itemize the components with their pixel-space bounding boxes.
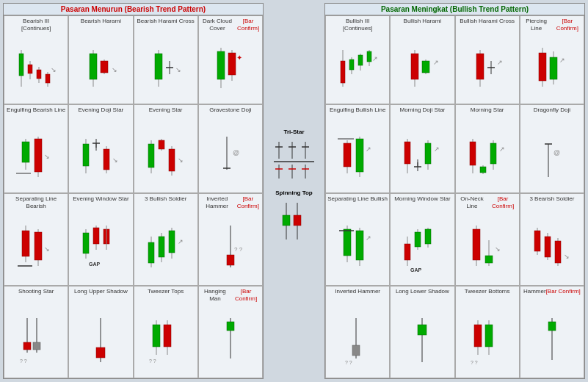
svg-rect-3 xyxy=(28,65,32,73)
spinning-top-svg xyxy=(275,199,312,254)
bearish-cell-7: Gravestone Doji @ xyxy=(198,104,263,193)
svg-text:? ?: ? ? xyxy=(149,358,156,364)
svg-rect-158 xyxy=(490,143,496,164)
svg-rect-5 xyxy=(37,70,41,79)
svg-text:↗: ↗ xyxy=(434,145,440,153)
bullish-label-8: Separating Line Bullish xyxy=(327,195,388,212)
bullish-cell-4: Engulfing Bullish Line ↗ xyxy=(325,104,390,193)
bearish-cell-15: Hanging Man [Bar Confirm] xyxy=(198,286,263,378)
bearish-candle-13 xyxy=(70,304,131,376)
bearish-cell-11: Inverted Hammer [Bar Confirm] ? ? xyxy=(198,193,263,286)
svg-rect-69 xyxy=(227,255,234,265)
svg-text:↘: ↘ xyxy=(178,156,184,164)
svg-rect-51 xyxy=(35,232,42,260)
bullish-cell-11: 3 Bearish Soldier ↘ xyxy=(520,193,584,286)
bullish-label-14: Tweezer Bottoms xyxy=(457,288,518,304)
svg-rect-15 xyxy=(155,54,162,79)
svg-rect-127 xyxy=(422,61,429,73)
bullish-candle-12: ? ? xyxy=(327,304,388,376)
bullish-cell-15: Hammer [Bar Confirm] xyxy=(520,286,584,378)
bullish-cell-0: Bullish III[Continues] ↗ xyxy=(325,15,390,104)
bearish-candle-9: GAP xyxy=(70,212,131,284)
bearish-candle-1: ↘ xyxy=(70,34,131,102)
bearish-label-12: Shooting Star xyxy=(5,288,67,304)
svg-rect-41 xyxy=(159,140,164,149)
bearish-grid: Bearish III[Continues] ↘ xyxy=(4,15,263,378)
svg-rect-76 xyxy=(33,342,40,350)
svg-rect-201 xyxy=(548,322,556,331)
bearish-candle-0: ↘ xyxy=(5,34,67,102)
svg-text:↘: ↘ xyxy=(44,245,50,253)
bullish-candle-13 xyxy=(391,304,453,376)
bearish-cell-14: Tweezer Tops ? ? xyxy=(134,286,198,378)
bearish-candle-11: ? ? xyxy=(200,212,261,284)
bullish-candle-11: ↘ xyxy=(521,212,583,284)
svg-text:↗: ↗ xyxy=(497,59,503,66)
bearish-candle-14: ? ? xyxy=(135,304,197,376)
bullish-cell-10: On-Neck Line [Bar Confirm] ↘ xyxy=(455,193,520,286)
bullish-candle-9: GAP xyxy=(391,212,453,284)
svg-rect-120 xyxy=(358,55,363,65)
bullish-cell-14: Tweezer Bottoms ? ? xyxy=(455,286,520,378)
bearish-label-15: Hanging Man [Bar Confirm] xyxy=(200,288,261,304)
bullish-cell-12: Inverted Hammer ? ? xyxy=(325,286,390,378)
svg-rect-193 xyxy=(418,325,427,335)
svg-rect-137 xyxy=(550,57,557,79)
svg-rect-31 xyxy=(83,144,89,166)
svg-text:↗: ↗ xyxy=(499,145,505,153)
bullish-cell-9: Morning Window Star GAP xyxy=(390,193,454,286)
bearish-label-4: Engulfing Bearish Line xyxy=(5,107,67,123)
bearish-label-13: Long Upper Shadow xyxy=(70,288,131,304)
bullish-cell-3: Piercing Line [Bar Confirm] ↗ xyxy=(520,15,584,104)
bearish-cell-13: Long Upper Shadow xyxy=(68,286,133,378)
bullish-cell-2: Bullish Harami Cross ↗ xyxy=(455,15,520,104)
spinning-top-label: Spinning Top xyxy=(275,190,313,196)
bullish-label-2: Bullish Harami Cross xyxy=(457,18,518,34)
svg-text:↘: ↘ xyxy=(112,66,117,73)
bearish-cell-3: Dark Cloud Cover [Bar Confirm] ✦ xyxy=(198,15,263,104)
svg-rect-179 xyxy=(485,256,493,263)
bearish-candle-10: ↗ xyxy=(135,212,197,284)
svg-rect-110 xyxy=(283,215,290,226)
bearish-panel: Pasaran Menurun (Bearish Trend Pattern) … xyxy=(3,3,264,379)
bullish-label-0: Bullish III[Continues] xyxy=(327,18,388,34)
bullish-cell-5: Morning Doji Star ↗ xyxy=(390,104,454,193)
bearish-candle-5: ↘ xyxy=(70,123,131,191)
svg-text:↗: ↗ xyxy=(178,238,184,245)
bullish-candle-6: ↗ xyxy=(457,123,518,191)
svg-rect-135 xyxy=(539,53,546,81)
svg-rect-80 xyxy=(96,347,105,358)
bearish-candle-4: ↘ xyxy=(5,123,67,191)
tri-star-label: Tri-Star xyxy=(283,129,304,135)
bullish-label-4: Engulfing Bullish Line xyxy=(327,107,388,123)
bullish-label-3: Piercing Line [Bar Confirm] xyxy=(521,18,583,34)
svg-text:↘: ↘ xyxy=(495,245,501,253)
bullish-label-1: Bullish Harami xyxy=(391,18,453,34)
bearish-candle-6: ↘ xyxy=(135,123,197,191)
bullish-label-5: Morning Doji Star xyxy=(391,107,453,123)
bullish-candle-15 xyxy=(521,304,583,376)
svg-rect-43 xyxy=(169,149,175,171)
svg-rect-151 xyxy=(425,143,431,164)
svg-rect-12 xyxy=(101,61,108,73)
bearish-label-3: Dark Cloud Cover [Bar Confirm] xyxy=(200,18,261,34)
svg-rect-1 xyxy=(19,54,23,76)
bearish-label-0: Bearish III[Continues] xyxy=(5,18,67,34)
bearish-cell-12: Shooting Star ? ? xyxy=(4,286,68,378)
svg-rect-66 xyxy=(169,231,175,253)
bullish-label-13: Long Lower Shadow xyxy=(391,288,453,304)
svg-rect-83 xyxy=(153,325,160,347)
svg-rect-58 xyxy=(93,228,99,244)
bullish-candle-2: ↗ xyxy=(457,34,518,102)
bearish-cell-10: 3 Bullish Soldier ↗ xyxy=(134,193,198,286)
bullish-label-7: Dragonfly Doji xyxy=(521,107,583,123)
svg-rect-164 xyxy=(344,229,351,256)
svg-rect-25 xyxy=(22,142,29,162)
svg-rect-27 xyxy=(35,139,42,172)
svg-rect-198 xyxy=(485,325,493,347)
bearish-candle-15 xyxy=(200,304,261,376)
tri-star-item: Tri-Star xyxy=(270,129,318,179)
bullish-candle-7: @ xyxy=(521,123,583,191)
bearish-cell-8: Separating Line Bearish ↘ xyxy=(4,193,68,286)
main-container: Pasaran Menurun (Bearish Trend Pattern) … xyxy=(0,0,588,382)
